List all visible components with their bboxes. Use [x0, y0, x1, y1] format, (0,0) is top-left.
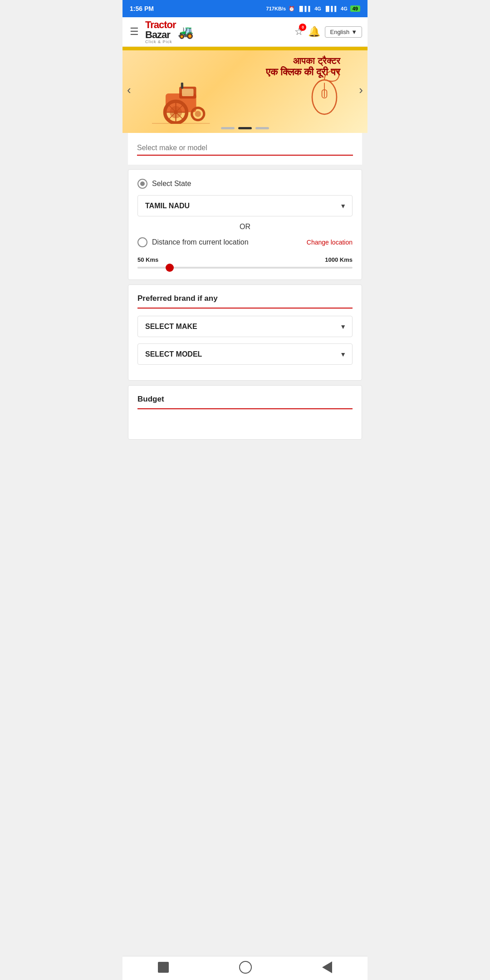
signal-icon: ▐▌▌▌ [298, 6, 312, 11]
distance-radio-button[interactable] [137, 237, 147, 247]
network-4g-1: 4G [314, 6, 321, 11]
network-4g-2: 4G [341, 6, 348, 11]
slider-labels: 50 Kms 1000 Kms [137, 256, 353, 263]
navbar: ☰ Tractor Bazar Click & Pick 🚜 ☆ 0 🔔 Eng… [122, 17, 368, 47]
model-select[interactable]: SELECT MODEL [137, 343, 353, 365]
state-select-wrapper: TAMIL NADU ANDHRA PRADESH KARNATAKA MAHA… [137, 195, 353, 216]
change-location-link[interactable]: Change location [307, 239, 353, 246]
notification-icon-wrap[interactable]: 🔔 [308, 26, 320, 38]
wishlist-icon-wrap[interactable]: ☆ 0 [294, 26, 304, 38]
chevron-down-icon: ▼ [351, 29, 357, 35]
budget-card: Budget [128, 385, 362, 440]
slider-thumb[interactable] [166, 264, 174, 272]
banner-inner: आपका ट्रैक्टर एक क्लिक की दूरी पर [122, 47, 368, 133]
make-select-wrapper: SELECT MAKE MAHINDRA JOHN DEERE SONALIKA… [137, 316, 353, 337]
status-speed: 717KB/s [266, 6, 286, 11]
status-right: 717KB/s ⏰ ▐▌▌▌ 4G ▐▌▌▌ 4G 49 [266, 5, 360, 12]
logo-sub-text: Click & Pick [145, 40, 176, 44]
main-content: Select State TAMIL NADU ANDHRA PRADESH K… [122, 133, 368, 480]
dot-2 [238, 127, 252, 129]
state-radio-label: Select State [152, 180, 191, 188]
banner-line1: आपका ट्रैक्टर [266, 56, 340, 66]
language-label: English [330, 29, 349, 35]
state-radio-row: Select State [137, 179, 353, 189]
slider-fill [137, 267, 170, 269]
battery-indicator: 49 [350, 5, 360, 12]
budget-divider [137, 408, 353, 409]
banner-prev-arrow[interactable]: ‹ [127, 83, 131, 97]
slider-max-label: 1000 Kms [325, 256, 353, 263]
make-select[interactable]: SELECT MAKE MAHINDRA JOHN DEERE SONALIKA… [137, 316, 353, 337]
distance-left: Distance from current location [137, 237, 249, 247]
slider-track [137, 267, 353, 269]
or-divider: OR [137, 223, 353, 231]
logo-bazar-text: Bazar [145, 30, 176, 40]
status-bar: 1:56 PM 717KB/s ⏰ ▐▌▌▌ 4G ▐▌▌▌ 4G 49 [122, 0, 368, 17]
banner-next-arrow[interactable]: › [359, 83, 363, 97]
brand-section-title: Preferred brand if any [137, 294, 353, 303]
banner-dots [221, 127, 269, 129]
tractor-logo-icon: 🚜 [178, 24, 194, 39]
distance-radio-label: Distance from current location [152, 238, 249, 246]
slider-min-label: 50 Kms [137, 256, 158, 263]
logo: Tractor Bazar Click & Pick 🚜 [145, 20, 290, 44]
model-select-wrapper: SELECT MODEL ▼ [137, 343, 353, 365]
language-button[interactable]: English ▼ [325, 26, 362, 38]
budget-section-title: Budget [137, 395, 353, 404]
logo-text: Tractor Bazar Click & Pick [145, 20, 176, 44]
state-select[interactable]: TAMIL NADU ANDHRA PRADESH KARNATAKA MAHA… [137, 195, 353, 216]
logo-tractor-text: Tractor [145, 20, 176, 30]
distance-radio-row: Distance from current location Change lo… [137, 237, 353, 247]
distance-slider-container: 50 Kms 1000 Kms [137, 255, 353, 270]
dot-1 [221, 127, 235, 129]
signal-icon-2: ▐▌▌▌ [324, 6, 338, 11]
brand-divider [137, 308, 353, 309]
search-section [128, 133, 362, 165]
svg-rect-8 [181, 83, 183, 89]
state-radio-button[interactable] [137, 179, 147, 189]
location-card: Select State TAMIL NADU ANDHRA PRADESH K… [128, 169, 362, 280]
hamburger-menu-icon[interactable]: ☰ [128, 24, 141, 39]
wishlist-badge: 0 [299, 24, 306, 31]
search-input[interactable] [137, 141, 353, 156]
banner: आपका ट्रैक्टर एक क्लिक की दूरी पर [122, 47, 368, 133]
banner-mouse-svg [304, 69, 345, 122]
bell-icon: 🔔 [308, 26, 320, 37]
svg-point-7 [195, 111, 201, 117]
alarm-icon: ⏰ [289, 6, 295, 12]
banner-tractor-svg [145, 80, 213, 124]
status-time: 1:56 PM [130, 5, 154, 12]
brand-card: Preferred brand if any SELECT MAKE MAHIN… [128, 284, 362, 381]
nav-icons: ☆ 0 🔔 English ▼ [294, 26, 362, 38]
dot-3 [255, 127, 269, 129]
svg-rect-2 [182, 88, 194, 96]
